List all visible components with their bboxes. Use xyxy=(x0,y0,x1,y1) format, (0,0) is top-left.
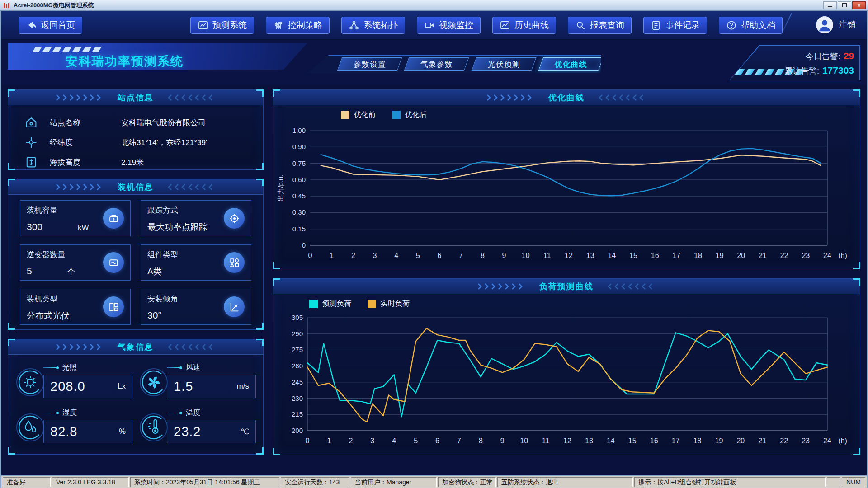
svg-text:8: 8 xyxy=(479,437,483,445)
svg-text:9: 9 xyxy=(502,252,506,259)
weather-info-panel: 气象信息 光照 208.0 xyxy=(8,339,264,455)
logout-button[interactable]: 注销 xyxy=(839,19,856,31)
svg-text:12: 12 xyxy=(563,437,571,445)
nav-forecast-system[interactable]: 预测系统 xyxy=(190,17,254,34)
svg-text:3: 3 xyxy=(370,437,374,445)
card-tracking: 跟踪方式 最大功率点跟踪 xyxy=(141,200,251,236)
window-titlebar: Acrel-2000MG微电网管理系统 × xyxy=(0,0,868,11)
svg-text:11: 11 xyxy=(543,252,551,259)
svg-text:11: 11 xyxy=(542,437,550,445)
tab-0[interactable]: 参数设置 xyxy=(337,57,402,71)
svg-text:16: 16 xyxy=(650,437,658,445)
corner-decoration xyxy=(256,447,264,455)
card-inverter-count: 逆变器数量 5个 xyxy=(20,244,131,281)
status-current-user: 当前用户：Manager xyxy=(351,477,437,487)
nav-history-curve[interactable]: 历史曲线 xyxy=(492,17,556,34)
svg-text:9: 9 xyxy=(500,437,505,445)
corner-decoration xyxy=(853,89,860,97)
panel-title: 优化曲线 xyxy=(548,92,585,103)
close-button[interactable]: × xyxy=(852,1,866,9)
svg-text:(h): (h) xyxy=(838,437,847,445)
svg-text:17: 17 xyxy=(672,252,680,259)
corner-decoration xyxy=(273,448,280,455)
minimize-button[interactable] xyxy=(823,1,837,9)
svg-text:275: 275 xyxy=(292,346,303,353)
svg-text:2: 2 xyxy=(351,252,355,259)
corner-decoration xyxy=(256,339,264,346)
sun-icon xyxy=(15,367,45,397)
nav-control-strategy[interactable]: 控制策略 xyxy=(266,17,330,34)
svg-text:8: 8 xyxy=(481,252,485,259)
svg-text:0: 0 xyxy=(306,437,310,445)
svg-text:13: 13 xyxy=(586,252,594,259)
svg-text:19: 19 xyxy=(715,437,723,445)
person-icon xyxy=(816,16,833,33)
nav-report-query[interactable]: 报表查询 xyxy=(568,17,632,34)
svg-text:15: 15 xyxy=(629,252,637,259)
tab-1[interactable]: 气象参数 xyxy=(404,57,469,71)
svg-text:3: 3 xyxy=(373,252,377,259)
chart-legend: 优化前优化后 xyxy=(273,105,860,124)
legend-item-实时负荷[interactable]: 实时负荷 xyxy=(368,299,410,309)
svg-text:0.30: 0.30 xyxy=(292,208,306,216)
card-capacity: 装机容量 300kW xyxy=(20,200,131,236)
svg-text:1: 1 xyxy=(330,252,334,259)
svg-text:4: 4 xyxy=(394,252,398,259)
today-alarm-value: 29 xyxy=(844,51,854,61)
legend-swatch xyxy=(341,111,349,119)
document-icon xyxy=(651,20,661,31)
install-type-icon xyxy=(103,296,124,317)
chart-legend: 预测负荷实时负荷 xyxy=(273,294,860,313)
status-five-protection: 五防系统状态：退出 xyxy=(497,477,633,487)
chevrons-left-decoration xyxy=(167,184,216,190)
nav-system-topology[interactable]: 系统拓扑 xyxy=(341,17,405,34)
svg-text:23: 23 xyxy=(802,252,810,259)
chevrons-left-decoration xyxy=(167,344,216,350)
chart-board-icon xyxy=(198,20,208,31)
nav-event-log[interactable]: 事件记录 xyxy=(643,17,707,34)
corner-decoration xyxy=(8,323,15,330)
tab-3[interactable]: 优化曲线 xyxy=(538,57,603,71)
chevrons-right-decoration xyxy=(486,94,535,101)
svg-text:215: 215 xyxy=(292,410,303,418)
chevrons-right-decoration xyxy=(56,344,104,350)
card-module-type: 组件类型 A类 xyxy=(141,244,251,281)
status-num-lock: NUM xyxy=(842,477,865,487)
svg-text:16: 16 xyxy=(651,252,659,259)
svg-text:21: 21 xyxy=(758,437,766,445)
svg-text:4: 4 xyxy=(392,437,396,445)
svg-text:10: 10 xyxy=(522,252,530,259)
legend-item-预测负荷[interactable]: 预测负荷 xyxy=(309,299,351,309)
maximize-button[interactable] xyxy=(838,1,851,9)
alarm-summary: 今日告警:29 累计告警:177303 xyxy=(729,45,860,80)
svg-text:1.00: 1.00 xyxy=(292,127,306,134)
chevrons-left-decoration xyxy=(598,94,646,101)
legend-item-优化后[interactable]: 优化后 xyxy=(392,110,427,120)
user-avatar[interactable] xyxy=(816,16,833,33)
svg-text:245: 245 xyxy=(292,378,303,386)
legend-swatch xyxy=(392,111,401,119)
title-banner: 安科瑞功率预测系统 xyxy=(8,43,307,70)
svg-text:6: 6 xyxy=(435,437,439,445)
page-title: 安科瑞功率预测系统 xyxy=(66,53,184,70)
back-home-button[interactable]: 返回首页 xyxy=(19,17,82,34)
nav-video-monitor[interactable]: 视频监控 xyxy=(417,17,481,34)
svg-text:14: 14 xyxy=(607,437,615,445)
home-icon xyxy=(24,116,38,129)
svg-text:5: 5 xyxy=(416,252,420,259)
svg-text:0.90: 0.90 xyxy=(292,143,306,150)
svg-text:18: 18 xyxy=(694,252,702,259)
svg-text:22: 22 xyxy=(780,252,788,259)
today-alarm: 今日告警:29 xyxy=(784,49,854,63)
tab-strip: 参数设置 气象参数 光伏预测 优化曲线 xyxy=(307,55,601,73)
nav-help-docs[interactable]: 帮助文档 xyxy=(719,17,783,34)
tab-2[interactable]: 光伏预测 xyxy=(471,57,536,71)
install-info-panel: 装机信息 装机容量 300kW 跟踪方式 最大功率点跟踪 逆 xyxy=(8,179,264,330)
svg-text:10: 10 xyxy=(520,437,528,445)
optimization-curve-panel: 优化曲线 优化前优化后 00.150.300.450.600.750.901.0… xyxy=(273,89,860,269)
svg-text:23: 23 xyxy=(802,437,810,445)
load-forecast-panel: 负荷预测曲线 预测负荷实时负荷 200215230245260275290305… xyxy=(273,278,860,455)
svg-text:(h): (h) xyxy=(838,252,847,259)
panel-title: 气象信息 xyxy=(118,342,154,352)
legend-item-优化前[interactable]: 优化前 xyxy=(341,110,376,120)
